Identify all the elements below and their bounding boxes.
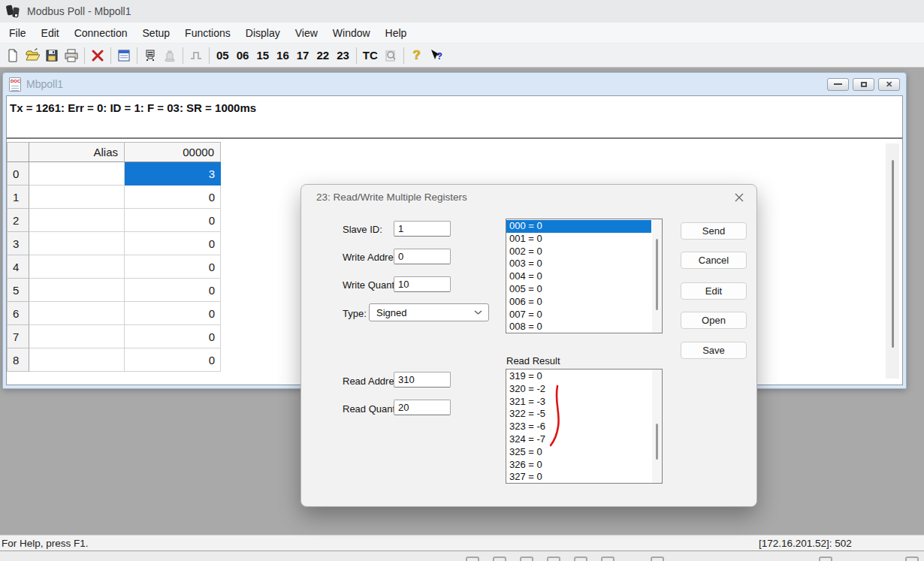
scrollbar-thumb[interactable] — [656, 239, 658, 310]
function-15-button[interactable]: 15 — [252, 47, 273, 64]
read-quantity-field[interactable]: 20 — [394, 400, 451, 415]
row-header[interactable]: 8 — [7, 348, 29, 372]
dialog-close-icon[interactable] — [732, 190, 747, 205]
alias-cell[interactable] — [29, 255, 125, 279]
send-button[interactable]: Send — [681, 222, 747, 240]
value-cell[interactable]: 0 — [125, 232, 221, 255]
scan-find-icon[interactable] — [381, 46, 400, 65]
menu-edit[interactable]: Edit — [34, 24, 67, 42]
save-button[interactable]: Save — [681, 342, 747, 359]
read-result-listbox[interactable]: 319 = 0 320 = -2 321 = -3 322 = -5 323 =… — [506, 369, 663, 484]
list-item[interactable]: 321 = -3 — [506, 396, 651, 409]
value-cell[interactable]: 0 — [125, 348, 221, 372]
type-combobox[interactable]: Signed — [369, 303, 489, 321]
function-22-button[interactable]: 22 — [313, 47, 333, 64]
listbox-scrollbar[interactable] — [652, 219, 662, 333]
menu-setup[interactable]: Setup — [135, 24, 178, 42]
taskbar-icon-hint[interactable] — [574, 556, 587, 561]
cancel-button[interactable]: Cancel — [681, 252, 747, 269]
alias-cell[interactable] — [29, 325, 125, 348]
value-cell[interactable]: 0 — [125, 209, 221, 232]
alias-cell[interactable] — [29, 279, 125, 302]
value-cell[interactable]: 0 — [125, 325, 221, 348]
alias-cell[interactable] — [29, 232, 125, 255]
save-icon[interactable] — [42, 46, 62, 65]
menu-window[interactable]: Window — [325, 24, 378, 42]
list-item[interactable]: 003 = 0 — [506, 258, 651, 270]
scrollbar-thumb[interactable] — [892, 160, 894, 348]
poll-definition-icon[interactable] — [114, 46, 134, 65]
test-center-button[interactable]: TC — [360, 47, 381, 64]
value-cell[interactable]: 0 — [125, 279, 221, 302]
taskbar-icon-hint[interactable] — [493, 556, 506, 561]
menu-view[interactable]: View — [288, 24, 325, 42]
print-icon[interactable] — [62, 46, 81, 65]
list-item[interactable]: 324 = -7 — [506, 433, 651, 446]
list-item[interactable]: 323 = -6 — [506, 421, 651, 433]
open-file-icon[interactable] — [23, 46, 42, 65]
row-header[interactable]: 6 — [7, 302, 29, 325]
write-address-field[interactable]: 0 — [394, 249, 451, 264]
value-cell[interactable]: 0 — [125, 302, 221, 325]
row-header[interactable]: 0 — [7, 162, 29, 185]
function-16-button[interactable]: 16 — [273, 47, 293, 64]
alias-cell[interactable] — [29, 185, 125, 209]
list-item[interactable]: 002 = 0 — [506, 246, 651, 258]
taskbar-icon-hint[interactable] — [819, 556, 832, 561]
list-item[interactable]: 320 = -2 — [506, 383, 651, 396]
pulse-icon[interactable] — [186, 46, 206, 65]
list-item[interactable]: 327 = 0 — [506, 471, 651, 484]
function-06-button[interactable]: 06 — [233, 47, 253, 64]
write-quantity-field[interactable]: 10 — [394, 276, 451, 292]
taskbar-icon-hint[interactable] — [651, 556, 664, 561]
list-item[interactable]: 008 = 0 — [506, 321, 651, 333]
menu-connection[interactable]: Connection — [67, 24, 135, 42]
menu-display[interactable]: Display — [238, 24, 288, 42]
taskbar-icon-hint[interactable] — [547, 556, 560, 561]
function-05-button[interactable]: 05 — [213, 47, 233, 64]
alias-cell[interactable] — [29, 302, 125, 325]
grid-vertical-scrollbar[interactable] — [886, 143, 899, 379]
list-item[interactable]: 001 = 0 — [506, 233, 651, 246]
grid-corner-cell[interactable] — [7, 142, 29, 162]
alias-cell[interactable] — [29, 209, 125, 232]
list-item[interactable]: 319 = 0 — [506, 370, 651, 383]
value-cell-selected[interactable]: 3 — [125, 162, 221, 185]
list-item[interactable]: 004 = 0 — [506, 270, 651, 283]
taskbar-icon-hint[interactable] — [601, 556, 614, 561]
function-17-button[interactable]: 17 — [293, 47, 313, 64]
open-button[interactable]: Open — [681, 312, 747, 329]
value-cell[interactable]: 0 — [125, 185, 221, 209]
list-item[interactable]: 005 = 0 — [506, 283, 651, 296]
write-registers-listbox[interactable]: 000 = 0 001 = 0 002 = 0 003 = 0 004 = 0 … — [506, 219, 663, 333]
row-header[interactable]: 7 — [7, 325, 29, 348]
help-pointer-icon[interactable]: ? — [427, 46, 446, 65]
scrollbar-thumb[interactable] — [656, 424, 658, 460]
listbox-scrollbar[interactable] — [652, 369, 662, 483]
row-header[interactable]: 5 — [7, 279, 29, 302]
disconnect-icon[interactable] — [88, 46, 107, 65]
about-icon[interactable]: ? — [407, 46, 427, 65]
row-header[interactable]: 4 — [7, 255, 29, 279]
value-cell[interactable]: 0 — [125, 255, 221, 279]
value-column-header[interactable]: 00000 — [125, 142, 221, 162]
taskbar-icon-hint[interactable] — [520, 556, 533, 561]
mbpoll1-titlebar[interactable]: DOC Mbpoll1 ✕ — [3, 73, 906, 95]
communication-traffic-icon[interactable] — [140, 46, 160, 65]
slave-id-field[interactable]: 1 — [394, 221, 451, 237]
minimize-button[interactable] — [827, 78, 849, 91]
taskbar-icon-hint[interactable] — [466, 556, 479, 561]
alias-column-header[interactable]: Alias — [29, 142, 125, 162]
menu-help[interactable]: Help — [378, 24, 415, 42]
row-header[interactable]: 2 — [7, 209, 29, 232]
list-item[interactable]: 006 = 0 — [506, 296, 651, 309]
list-item[interactable]: 322 = -5 — [506, 408, 651, 421]
alias-cell[interactable] — [29, 348, 125, 372]
row-header[interactable]: 3 — [7, 232, 29, 255]
new-file-icon[interactable] — [3, 46, 23, 65]
log-icon[interactable] — [160, 46, 180, 65]
list-item[interactable]: 326 = 0 — [506, 459, 651, 472]
taskbar-icon-hint[interactable] — [905, 556, 919, 561]
menu-file[interactable]: File — [2, 24, 34, 42]
menu-functions[interactable]: Functions — [177, 24, 238, 42]
